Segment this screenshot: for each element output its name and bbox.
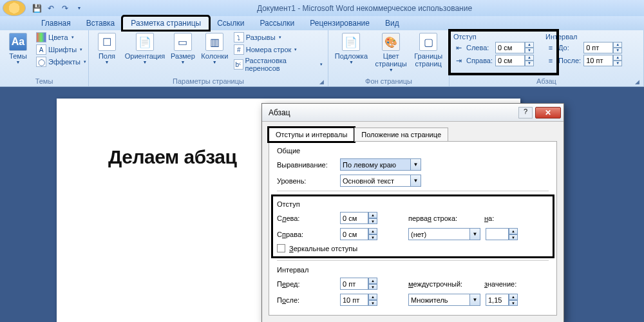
chevron-down-icon[interactable]: ▼ <box>470 228 480 240</box>
effects-icon: ◯ <box>36 57 46 67</box>
save-icon[interactable]: 💾 <box>31 3 43 14</box>
tab-home[interactable]: Главная <box>33 17 79 30</box>
alignment-input[interactable] <box>340 158 411 171</box>
dialog-launcher-icon[interactable]: ◢ <box>635 79 639 85</box>
close-button[interactable]: ✕ <box>535 107 561 118</box>
dialog-tab-position[interactable]: Положение на странице <box>354 128 448 142</box>
checkbox-icon[interactable] <box>277 244 285 252</box>
fonts-icon: A <box>36 44 46 55</box>
dialog-tab-indents[interactable]: Отступы и интервалы <box>269 128 354 142</box>
by-input[interactable] <box>486 228 509 240</box>
tab-insert[interactable]: Вставка <box>79 17 123 30</box>
watermark-button[interactable]: 📄Подложка▼ <box>332 32 370 66</box>
space-before-input[interactable] <box>583 42 613 53</box>
firstline-input[interactable] <box>408 228 470 240</box>
indent-right-icon: ⇥ <box>453 56 464 65</box>
theme-effects-button[interactable]: ◯Эффекты▾ <box>35 56 88 68</box>
size-button[interactable]: ▭Размер▼ <box>169 32 197 66</box>
indent-left-label: Слева: <box>466 44 493 52</box>
before-spinner[interactable]: ▲▼ <box>340 278 377 290</box>
help-button[interactable]: ? <box>518 107 533 118</box>
spin-down-icon[interactable]: ▼ <box>525 48 534 53</box>
linespacing-input[interactable] <box>408 294 470 306</box>
legend-general: Общие <box>277 147 549 155</box>
tab-review[interactable]: Рецензирование <box>302 17 377 30</box>
margins-button[interactable]: ☐Поля▼ <box>93 32 121 66</box>
themes-button[interactable]: Aa Темы ▼ <box>4 32 32 66</box>
dialog-title: Абзац <box>269 108 518 117</box>
dlg-left-input[interactable] <box>340 212 368 224</box>
line-numbers-button[interactable]: #Номера строк▾ <box>232 44 324 55</box>
dlg-right-input[interactable] <box>340 228 368 240</box>
undo-icon[interactable]: ↶ <box>45 3 57 14</box>
before-input[interactable] <box>340 278 368 290</box>
chevron-down-icon: ▼ <box>16 60 21 64</box>
at-input[interactable] <box>486 294 509 306</box>
after-label: После: <box>277 296 335 304</box>
alignment-combo[interactable]: ▼ <box>340 158 421 171</box>
chevron-down-icon[interactable]: ▼ <box>411 158 421 171</box>
indent-right-spinner[interactable]: ▲▼ <box>495 55 534 66</box>
orientation-button[interactable]: 📄Ориентация▼ <box>124 32 166 66</box>
linespacing-combo[interactable]: ▼ <box>408 294 480 306</box>
margins-icon: ☐ <box>98 33 116 51</box>
quick-access-toolbar: 💾 ↶ ↷ ▼ <box>31 3 85 14</box>
theme-colors-button[interactable]: Цвета▾ <box>35 32 88 43</box>
page-borders-button[interactable]: ▢Границы страниц <box>412 32 445 69</box>
dlg-left-spinner[interactable]: ▲▼ <box>340 212 377 224</box>
dialog-launcher-icon[interactable]: ◢ <box>319 79 324 85</box>
at-spinner[interactable]: ▲▼ <box>486 294 518 306</box>
space-after-input[interactable] <box>583 55 613 66</box>
dlg-right-spinner[interactable]: ▲▼ <box>340 228 377 240</box>
level-input[interactable] <box>340 175 411 187</box>
page-borders-icon: ▢ <box>419 33 437 51</box>
redo-icon[interactable]: ↷ <box>59 3 71 14</box>
mirror-indents-checkbox[interactable]: Зеркальные отступы <box>277 244 549 252</box>
hyphenation-button[interactable]: bᶜРасстановка переносов▾ <box>232 56 324 73</box>
tab-mailings[interactable]: Рассылки <box>252 17 302 30</box>
office-button[interactable] <box>3 0 26 16</box>
group-page-background: 📄Подложка▼ 🎨Цвет страницы▼ ▢Границы стра… <box>328 30 450 86</box>
separator <box>277 260 549 261</box>
breaks-icon: ⤵ <box>234 32 244 43</box>
themes-icon: Aa <box>9 33 27 51</box>
tab-page-layout[interactable]: Разметка страницы <box>122 16 209 30</box>
size-icon: ▭ <box>174 33 192 51</box>
space-before-spinner[interactable]: ▲▼ <box>583 42 622 53</box>
spin-up-icon[interactable]: ▲ <box>525 42 534 48</box>
indent-left-spinner[interactable]: ▲▼ <box>495 42 534 53</box>
tab-view[interactable]: Вид <box>377 17 407 30</box>
separator <box>277 191 549 191</box>
hyphenation-icon: bᶜ <box>234 59 243 70</box>
group-label-paragraph: Абзац◢ <box>453 77 639 86</box>
by-spinner[interactable]: ▲▼ <box>486 228 518 240</box>
level-combo[interactable]: ▼ <box>340 175 421 187</box>
dialog-titlebar[interactable]: Абзац ? ✕ <box>262 104 564 122</box>
chevron-down-icon[interactable]: ▼ <box>411 175 421 187</box>
line-numbers-icon: # <box>234 44 244 55</box>
document-text: Делаем абзац <box>108 146 236 168</box>
page-color-button[interactable]: 🎨Цвет страницы▼ <box>373 32 410 73</box>
theme-fonts-button[interactable]: AШрифты▾ <box>35 44 88 55</box>
indent-right-input[interactable] <box>495 55 525 66</box>
group-paragraph: Отступ ⇤ Слева: ▲▼ ⇥ Справа: ▲▼ Интервал… <box>450 30 644 86</box>
chevron-down-icon[interactable]: ▼ <box>470 294 480 306</box>
indent-left-input[interactable] <box>495 42 525 53</box>
qat-dropdown-icon[interactable]: ▼ <box>73 3 85 14</box>
space-before-label: До: <box>558 44 581 52</box>
colors-icon <box>36 32 46 43</box>
columns-button[interactable]: ▥Колонки▼ <box>200 32 230 66</box>
spacing-controls: Интервал ≡ До: ▲▼ ≡ После: ▲▼ <box>545 33 622 66</box>
spacing-header: Интервал <box>545 33 622 41</box>
level-label: Уровень: <box>277 177 335 185</box>
tab-references[interactable]: Ссылки <box>209 17 252 30</box>
firstline-combo[interactable]: ▼ <box>408 228 480 240</box>
space-after-spinner[interactable]: ▲▼ <box>583 55 622 66</box>
after-input[interactable] <box>340 294 368 306</box>
group-page-setup: ☐Поля▼ 📄Ориентация▼ ▭Размер▼ ▥Колонки▼ ⤵… <box>89 30 328 86</box>
columns-icon: ▥ <box>205 33 223 51</box>
group-label-themes: Темы <box>4 77 84 86</box>
breaks-button[interactable]: ⤵Разрывы▾ <box>232 32 324 43</box>
legend-indent: Отступ <box>277 200 549 208</box>
after-spinner[interactable]: ▲▼ <box>340 294 377 306</box>
